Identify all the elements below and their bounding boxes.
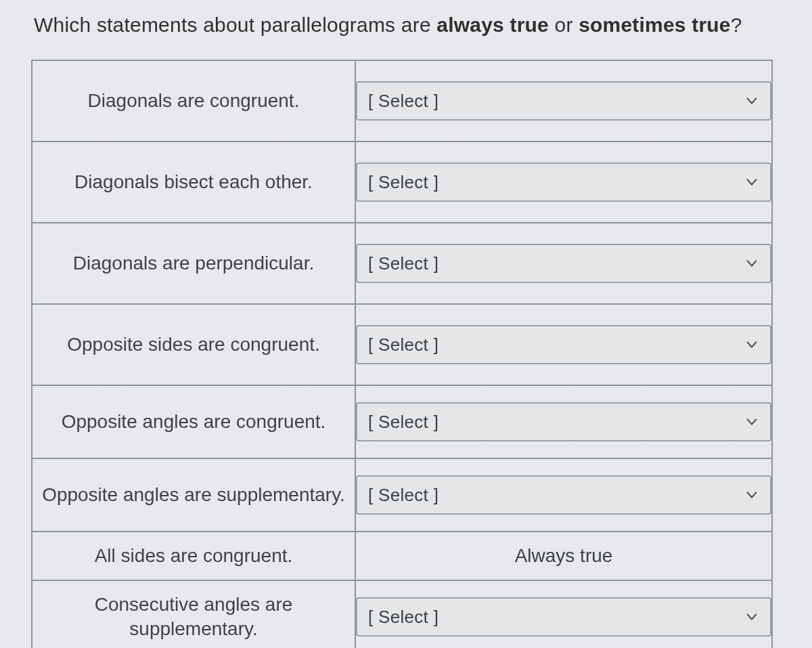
statement-text: Diagonals bisect each other. <box>74 171 313 192</box>
answer-cell: [ Select ] <box>355 385 772 458</box>
statements-table: Diagonals are congruent. [ Select ] Diag… <box>31 60 773 648</box>
statement-text: Opposite sides are congruent. <box>67 334 320 355</box>
chevron-down-icon <box>746 339 758 351</box>
answer-select[interactable]: [ Select ] <box>356 402 771 441</box>
question-bold-2: sometimes true <box>579 14 731 36</box>
answer-select[interactable]: [ Select ] <box>356 325 771 364</box>
statement-cell: Opposite angles are congruent. <box>32 385 355 458</box>
statement-text: Consecutive angles are supplementary. <box>95 594 293 639</box>
table-row: All sides are congruent. Always true <box>32 532 772 580</box>
statement-cell: All sides are congruent. <box>32 532 355 580</box>
chevron-down-icon <box>746 257 758 269</box>
answer-select[interactable]: [ Select ] <box>356 475 771 515</box>
table-row: Opposite sides are congruent. [ Select ] <box>32 304 772 385</box>
question-text-suffix: ? <box>731 14 742 36</box>
select-value: [ Select ] <box>368 253 438 274</box>
answer-cell: [ Select ] <box>355 223 772 304</box>
question-text-prefix: Which statements about parallelograms ar… <box>34 14 436 36</box>
table-row: Opposite angles are supplementary. [ Sel… <box>32 458 772 532</box>
statement-cell: Opposite sides are congruent. <box>32 304 355 385</box>
answer-text: Always true <box>356 545 771 567</box>
select-value: [ Select ] <box>368 412 438 433</box>
statement-text: Diagonals are congruent. <box>88 90 300 111</box>
statement-cell: Opposite angles are supplementary. <box>32 458 355 532</box>
statement-cell: Diagonals are perpendicular. <box>32 223 355 304</box>
chevron-down-icon <box>746 176 758 188</box>
answer-select[interactable]: [ Select ] <box>356 244 771 283</box>
table-row: Diagonals are perpendicular. [ Select ] <box>32 223 772 304</box>
answer-cell: [ Select ] <box>355 142 772 223</box>
table-row: Consecutive angles are supplementary. [ … <box>32 580 772 648</box>
statement-cell: Diagonals bisect each other. <box>32 142 355 223</box>
statement-cell: Consecutive angles are supplementary. <box>32 580 355 648</box>
answer-cell: [ Select ] <box>355 304 772 385</box>
select-value: [ Select ] <box>368 334 438 355</box>
select-value: [ Select ] <box>368 485 438 506</box>
answer-cell: [ Select ] <box>355 60 772 142</box>
statement-text: Diagonals are perpendicular. <box>73 253 314 274</box>
select-value: [ Select ] <box>368 91 438 112</box>
chevron-down-icon <box>746 95 758 107</box>
select-value: [ Select ] <box>368 172 438 193</box>
table-row: Diagonals are congruent. [ Select ] <box>32 60 772 142</box>
table-row: Opposite angles are congruent. [ Select … <box>32 385 772 458</box>
answer-select[interactable]: [ Select ] <box>356 81 771 121</box>
chevron-down-icon <box>746 611 758 623</box>
chevron-down-icon <box>746 416 758 428</box>
answer-cell: Always true <box>355 532 772 580</box>
answer-cell: [ Select ] <box>355 580 772 648</box>
answer-cell: [ Select ] <box>355 458 772 532</box>
answer-select[interactable]: [ Select ] <box>356 163 771 202</box>
question-prompt: Which statements about parallelograms ar… <box>34 14 792 37</box>
question-text-middle: or <box>549 14 579 36</box>
select-value: [ Select ] <box>368 607 438 628</box>
chevron-down-icon <box>746 489 758 501</box>
statement-cell: Diagonals are congruent. <box>32 60 355 142</box>
question-bold-1: always true <box>436 14 549 36</box>
answer-select[interactable]: [ Select ] <box>356 597 771 636</box>
statement-text: Opposite angles are supplementary. <box>42 484 345 505</box>
table-row: Diagonals bisect each other. [ Select ] <box>32 142 772 223</box>
statement-text: Opposite angles are congruent. <box>62 411 326 432</box>
statement-text: All sides are congruent. <box>95 545 293 566</box>
